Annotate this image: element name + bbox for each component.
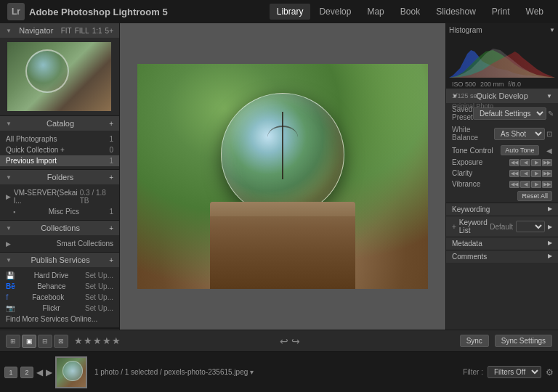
app-branding: Lr Adobe Photoshop Lightroom 5 bbox=[7, 3, 168, 20]
comments-row[interactable]: Comments ▶ bbox=[446, 250, 558, 263]
nav-1-1-btn[interactable]: 1:1 bbox=[92, 27, 102, 35]
rotate-left-btn[interactable]: ↩ bbox=[280, 335, 288, 347]
metadata-row[interactable]: Metadata ▶ bbox=[446, 237, 558, 250]
clarity-box-1[interactable]: ◀◀ bbox=[509, 170, 519, 177]
exp-box-1[interactable]: ◀◀ bbox=[509, 159, 519, 166]
collections-add-icon: + bbox=[109, 224, 113, 232]
filename-dropdown-arrow[interactable]: ▾ bbox=[250, 368, 254, 376]
thumbnail-ball bbox=[25, 49, 69, 93]
catalog-section: ▼ Catalog + All Photographs 1 Quick Coll… bbox=[0, 116, 119, 170]
histogram-triangle: ▼ bbox=[549, 27, 555, 33]
keywording-row[interactable]: Keywording ▶ bbox=[446, 203, 558, 216]
histogram-title: Histogram bbox=[449, 26, 482, 34]
nav-slideshow[interactable]: Slideshow bbox=[429, 4, 483, 20]
facebook-action[interactable]: Set Up... bbox=[85, 293, 113, 301]
navigator-title: Navigator bbox=[19, 26, 53, 35]
nav-fill-btn[interactable]: FILL bbox=[75, 27, 89, 35]
star-2[interactable]: ★ bbox=[84, 335, 92, 346]
rotate-right-btn[interactable]: ↪ bbox=[291, 335, 300, 347]
harddrive-action[interactable]: Set Up... bbox=[85, 271, 113, 279]
navigator-thumbnail[interactable] bbox=[7, 42, 111, 111]
filter-settings-icon[interactable]: ⚙ bbox=[546, 367, 554, 377]
collections-header[interactable]: ▼ Collections + bbox=[0, 221, 119, 235]
publish-services-section: ▼ Publish Services + 💾 Hard Drive Set Up… bbox=[0, 253, 119, 328]
filmstrip-nav-left[interactable]: ◀ bbox=[36, 367, 43, 377]
catalog-quick-collection[interactable]: Quick Collection + 0 bbox=[0, 144, 119, 155]
catalog-triangle: ▼ bbox=[6, 121, 12, 127]
publish-header[interactable]: ▼ Publish Services + bbox=[0, 253, 119, 267]
catalog-all-photos[interactable]: All Photographs 1 bbox=[0, 134, 119, 144]
white-balance-label: White Balance bbox=[452, 126, 494, 142]
sync-settings-button[interactable]: Sync Settings bbox=[495, 335, 552, 347]
filmstrip-page-1[interactable]: 1 bbox=[4, 367, 17, 378]
star-rating[interactable]: ★ ★ ★ ★ ★ bbox=[74, 335, 121, 346]
tone-control-row: Tone Control Auto Tone ◀ bbox=[446, 144, 558, 157]
publish-facebook[interactable]: f Facebook Set Up... bbox=[0, 292, 119, 303]
star-1[interactable]: ★ bbox=[74, 335, 83, 346]
auto-tone-btn[interactable]: Auto Tone bbox=[501, 145, 538, 155]
nav-print[interactable]: Print bbox=[485, 4, 517, 20]
clarity-box-3[interactable]: ▶ bbox=[531, 170, 541, 177]
compare-view-btn[interactable]: ⊟ bbox=[38, 335, 52, 348]
loupe-view-btn[interactable]: ▣ bbox=[22, 335, 36, 348]
publish-behance[interactable]: Bē Behance Set Up... bbox=[0, 281, 119, 292]
nav-book[interactable]: Book bbox=[393, 4, 427, 20]
folder-vm-server[interactable]: ▶ VM-SERVER(Sekai l... 0.3 / 1.8 TB bbox=[0, 187, 119, 206]
sync-button[interactable]: Sync bbox=[460, 335, 489, 347]
star-3[interactable]: ★ bbox=[93, 335, 102, 346]
metadata-title: Metadata bbox=[452, 240, 482, 248]
reset-all-btn[interactable]: Reset All bbox=[517, 191, 552, 201]
vibrance-box-1[interactable]: ◀◀ bbox=[509, 181, 519, 188]
flickr-action[interactable]: Set Up... bbox=[85, 304, 113, 312]
publish-harddrive[interactable]: 💾 Hard Drive Set Up... bbox=[0, 270, 119, 281]
app-title: Adobe Photoshop Lightroom 5 bbox=[29, 7, 168, 17]
catalog-header[interactable]: ▼ Catalog + bbox=[0, 116, 119, 131]
main-layout: ▼ Navigator FIT FILL 1:1 5+ ▼ Catalog + bbox=[0, 23, 558, 330]
filmstrip-thumbnail[interactable] bbox=[55, 356, 87, 388]
white-balance-dropdown[interactable]: As Shot bbox=[494, 128, 545, 140]
main-photo[interactable] bbox=[137, 64, 428, 289]
grid-view-btn[interactable]: ⊞ bbox=[6, 335, 20, 348]
nav-map[interactable]: Map bbox=[360, 4, 391, 20]
nav-develop[interactable]: Develop bbox=[312, 4, 358, 20]
kw-dropdown[interactable] bbox=[516, 221, 545, 232]
find-more-services[interactable]: Find More Services Online... bbox=[0, 314, 119, 324]
publish-flickr[interactable]: 📷 Flickr Set Up... bbox=[0, 303, 119, 314]
vibrance-box-3[interactable]: ▶ bbox=[531, 181, 541, 188]
photo-background bbox=[137, 64, 428, 289]
publish-add-icon: + bbox=[109, 256, 113, 264]
exp-box-4[interactable]: ▶▶ bbox=[542, 159, 552, 166]
keywording-title: Keywording bbox=[452, 205, 490, 213]
vibrance-label: Vibrance bbox=[452, 180, 480, 188]
catalog-all-photos-label: All Photographs bbox=[6, 135, 57, 143]
keyword-list-row[interactable]: + Keyword List Default ▶ bbox=[446, 216, 558, 237]
nav-web[interactable]: Web bbox=[519, 4, 551, 20]
filter-dropdown[interactable]: Filters Off bbox=[488, 366, 541, 378]
star-4[interactable]: ★ bbox=[102, 335, 111, 346]
folders-header[interactable]: ▼ Folders + bbox=[0, 170, 119, 184]
nav-fit-btn[interactable]: FIT bbox=[61, 27, 72, 35]
exp-box-3[interactable]: ▶ bbox=[531, 159, 541, 166]
folders-triangle: ▼ bbox=[6, 174, 12, 181]
exp-box-2[interactable]: ◀ bbox=[520, 159, 530, 166]
photo-info: ISO 500 200 mm f/8.0 1/125 sec bbox=[449, 79, 555, 101]
folders-content: ▶ VM-SERVER(Sekai l... 0.3 / 1.8 TB ▪ Mi… bbox=[0, 184, 119, 220]
survey-view-btn[interactable]: ⊠ bbox=[54, 335, 68, 348]
aperture-value: f/8.0 bbox=[509, 81, 522, 88]
vibrance-box-2[interactable]: ◀ bbox=[520, 181, 530, 188]
behance-action[interactable]: Set Up... bbox=[85, 282, 113, 290]
nav-5plus-btn[interactable]: 5+ bbox=[105, 27, 113, 35]
nav-library[interactable]: Library bbox=[270, 4, 311, 20]
star-5[interactable]: ★ bbox=[112, 335, 121, 346]
filmstrip-page-2[interactable]: 2 bbox=[20, 367, 33, 378]
clarity-box-4[interactable]: ▶▶ bbox=[542, 170, 552, 177]
smart-collections[interactable]: ▶ Smart Collections bbox=[0, 238, 119, 249]
filmstrip-nav-right[interactable]: ▶ bbox=[46, 367, 52, 377]
folder-misc-pics[interactable]: ▪ Misc Pics 1 bbox=[0, 206, 119, 217]
clarity-box-2[interactable]: ◀ bbox=[520, 170, 530, 177]
vibrance-controls: ◀◀ ◀ ▶ ▶▶ bbox=[509, 181, 552, 188]
clarity-row: Clarity ◀◀ ◀ ▶ ▶▶ bbox=[446, 168, 558, 179]
catalog-previous-import[interactable]: Previous Import 1 bbox=[0, 155, 119, 166]
vibrance-box-4[interactable]: ▶▶ bbox=[542, 181, 552, 188]
publish-content: 💾 Hard Drive Set Up... Bē Behance Set Up… bbox=[0, 267, 119, 327]
